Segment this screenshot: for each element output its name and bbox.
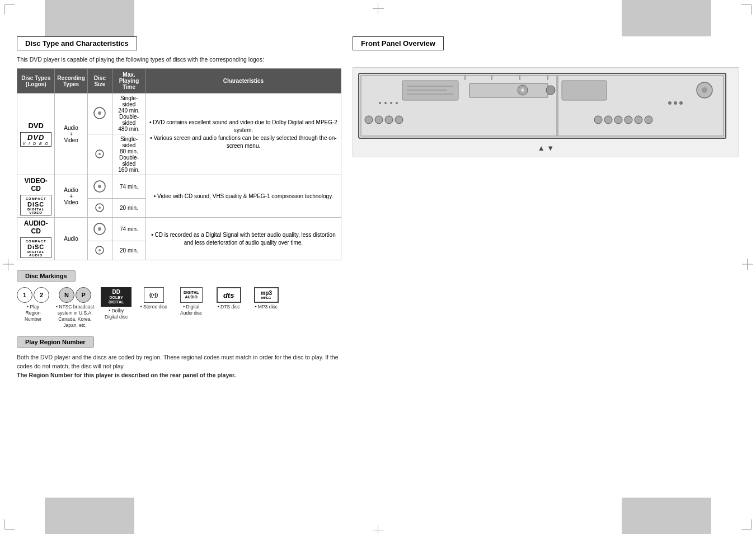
disc-size-acd-12 — [87, 218, 112, 241]
recording-dvd: Audio+Video — [55, 93, 87, 175]
marking-stereo: ((•)) • Stereo disc — [138, 287, 169, 310]
disc-size-dvd-12 — [87, 93, 112, 134]
intro-text: This DVD player is capable of playing th… — [17, 56, 341, 63]
svg-point-5 — [98, 185, 101, 188]
front-panel-svg — [358, 72, 727, 139]
svg-point-28 — [390, 102, 392, 104]
col-characteristics: Characteristics — [145, 69, 341, 93]
svg-point-21 — [546, 86, 555, 95]
svg-point-1 — [98, 111, 101, 115]
marking-dts: dts • DTS disc — [213, 287, 244, 310]
svg-point-36 — [645, 116, 652, 124]
nav-arrows: ▲ ▼ — [358, 144, 734, 152]
disc-type-header: Disc Type and Characteristics — [17, 36, 137, 50]
svg-point-31 — [594, 116, 602, 124]
region-icon-1: 1 — [17, 287, 32, 303]
stereo-icon: ((•)) — [144, 287, 164, 303]
digital-icon: DIGITALAUDIO — [180, 287, 203, 303]
table-row: DVD DVD V I D E O Audio+Video Single-sid… — [17, 93, 341, 134]
marking-region: 1 2 • PlayRegionNumber — [17, 287, 49, 322]
marking-ntsc: N P • NTSC broadcastsystem in U.S.A,Cana… — [56, 287, 94, 329]
col-recording: RecordingTypes — [55, 69, 87, 93]
svg-point-40 — [668, 101, 672, 105]
svg-point-29 — [396, 102, 398, 104]
digital-label: • DigitalAudio disc — [180, 304, 202, 316]
crosshair-bottom — [373, 525, 384, 531]
region-label: • PlayRegionNumber — [25, 304, 41, 322]
marking-dolby: DD DOLBYDIGITAL • DolbyDigital disc — [101, 287, 132, 320]
dolby-icon: DD DOLBYDIGITAL — [101, 287, 132, 307]
chars-vcd: • Video with CD sound, VHS quality & MPE… — [145, 175, 341, 218]
col-disc-types: Disc Types(Logos) — [17, 69, 55, 93]
triangle-br — [653, 504, 678, 526]
dvd-logo: DVD V I D E O — [20, 132, 51, 147]
disc-size-acd-8 — [87, 241, 112, 260]
crosshair-top — [373, 3, 384, 9]
ntsc-label: • NTSC broadcastsystem in U.S.A,Canada, … — [56, 304, 94, 329]
gray-rect-tr — [622, 0, 711, 36]
region-icon-2: 2 — [34, 287, 49, 303]
triangle-bl — [78, 504, 103, 526]
corner-mark-tr — [741, 4, 752, 15]
vcd-logo: COMPACT DiSC DIGITAL VIDEO — [20, 195, 51, 216]
crosshair-right — [742, 264, 753, 270]
playing-time-vcd-2: 20 min. — [112, 199, 146, 218]
playing-time-vcd-1: 74 min. — [112, 175, 146, 199]
table-row: VIDEO-CD COMPACT DiSC DIGITAL VIDEO Audi… — [17, 175, 341, 199]
recording-vcd: Audio+Video — [55, 175, 87, 218]
ntsc-icon-1: N — [59, 287, 74, 303]
svg-point-32 — [604, 116, 612, 124]
page-container: Disc Type and Characteristics This DVD p… — [0, 0, 756, 534]
front-panel-header: Front Panel Overview — [353, 36, 444, 50]
playing-time-acd-1: 74 min. — [112, 218, 146, 241]
mp3-icon: mp3 MPEG — [254, 287, 279, 303]
corner-mark-br — [741, 519, 752, 530]
playing-time-dvd-1: Single-sided240 min.Double-sided480 min. — [112, 93, 146, 134]
recording-acd: Audio — [55, 218, 87, 260]
two-col-layout: Disc Type and Characteristics This DVD p… — [17, 36, 739, 498]
disc-size-vcd-12 — [87, 175, 112, 199]
svg-point-3 — [98, 153, 101, 155]
svg-point-24 — [385, 116, 393, 124]
svg-point-7 — [98, 207, 101, 209]
region-body-text: Both the DVD player and the discs are co… — [17, 353, 341, 380]
dts-icon: dts — [217, 287, 241, 303]
svg-point-22 — [365, 116, 373, 124]
svg-point-23 — [375, 116, 383, 124]
left-column: Disc Type and Characteristics This DVD p… — [17, 36, 341, 498]
right-column: Front Panel Overview — [353, 36, 739, 498]
crosshair-left — [3, 264, 14, 270]
disc-markings-section: Disc Markings 1 2 • PlayRegionNumber N — [17, 270, 341, 329]
svg-point-11 — [98, 249, 101, 251]
playing-time-dvd-2: Single-sided80 min.Double-sided160 min. — [112, 134, 146, 175]
svg-point-42 — [679, 101, 683, 105]
playing-time-acd-2: 20 min. — [112, 241, 146, 260]
svg-point-33 — [614, 116, 622, 124]
disc-type-vcd: VIDEO-CD COMPACT DiSC DIGITAL VIDEO — [17, 175, 55, 218]
disc-type-dvd: DVD DVD V I D E O — [17, 93, 55, 175]
play-region-section: Play Region Number Both the DVD player a… — [17, 336, 341, 380]
disc-table: Disc Types(Logos) RecordingTypes Disc Si… — [17, 68, 341, 260]
chars-acd: • CD is recorded as a Digital Signal wit… — [145, 218, 341, 260]
front-panel-diagram: ▲ ▼ — [353, 67, 739, 157]
gray-rect-tl — [45, 0, 134, 36]
acd-logo: COMPACT DiSC DIGITAL AUDIO — [20, 237, 51, 258]
marking-mp3: mp3 MPEG • MP3 disc — [251, 287, 281, 310]
svg-point-35 — [635, 116, 642, 124]
disc-size-dvd-8 — [87, 134, 112, 175]
marking-digital: DIGITALAUDIO • DigitalAudio disc — [176, 287, 206, 316]
corner-mark-tl — [4, 4, 15, 15]
markings-row: 1 2 • PlayRegionNumber N P • NTSC broadc… — [17, 287, 341, 329]
dolby-label: • DolbyDigital disc — [105, 308, 128, 320]
svg-point-41 — [674, 101, 677, 105]
col-playing-time: Max.Playing Time — [112, 69, 146, 93]
svg-point-26 — [379, 102, 381, 104]
svg-point-27 — [384, 102, 387, 104]
ntsc-icon-2: P — [76, 287, 91, 303]
svg-rect-18 — [469, 83, 548, 97]
disc-type-acd: AUDIO-CD COMPACT DiSC DIGITAL AUDIO — [17, 218, 55, 260]
stereo-label: • Stereo disc — [140, 304, 167, 310]
svg-point-20 — [521, 88, 524, 92]
mp3-label: • MP3 disc — [255, 304, 278, 310]
corner-mark-bl — [4, 519, 15, 530]
